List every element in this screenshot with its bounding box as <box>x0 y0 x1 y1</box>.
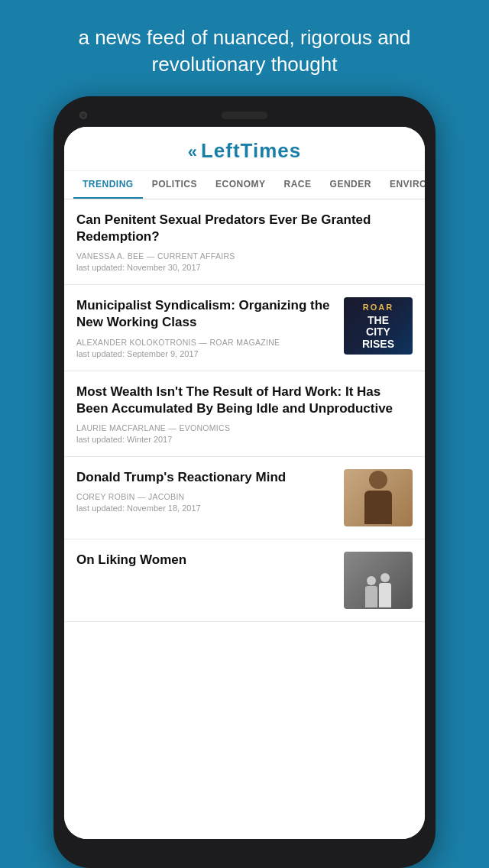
article-content: On Liking Women <box>76 552 335 609</box>
article-title: On Liking Women <box>76 552 335 568</box>
tab-race[interactable]: RACE <box>275 171 321 199</box>
list-item[interactable]: Can Penitent Sexual Predators Ever Be Gr… <box>64 199 425 285</box>
article-date: last updated: November 18, 2017 <box>76 504 335 513</box>
women-figures <box>365 573 391 609</box>
article-title: Donald Trump's Reactionary Mind <box>76 469 335 486</box>
city-text: THECITYRISES <box>362 315 394 350</box>
article-title: Municipalist Syndicalism: Organizing the… <box>76 297 335 331</box>
list-item[interactable]: Most Wealth Isn't The Result of Hard Wor… <box>64 371 425 457</box>
figure-body <box>379 583 391 607</box>
tab-politics[interactable]: POLITICS <box>143 171 206 199</box>
roar-thumbnail: ROAR THECITYRISES <box>344 297 413 355</box>
article-thumbnail <box>344 552 413 609</box>
tab-gender[interactable]: GENDER <box>321 171 381 199</box>
women-thumbnail <box>344 552 413 609</box>
phone-screen: «LeftTimes TRENDING POLITICS ECONOMY RAC… <box>64 127 425 839</box>
figure-1 <box>365 576 377 607</box>
article-thumbnail <box>344 469 413 526</box>
person-silhouette <box>359 471 397 524</box>
article-date: last updated: November 30, 2017 <box>76 263 413 272</box>
tab-environment[interactable]: ENVIRON… <box>381 171 425 199</box>
article-content: Donald Trump's Reactionary Mind COREY RO… <box>76 469 335 526</box>
article-meta: LAURIE MACFARLANE — EVONOMICS <box>76 423 413 432</box>
figure-head <box>381 573 390 582</box>
speaker-icon <box>222 112 267 119</box>
news-feed: Can Penitent Sexual Predators Ever Be Gr… <box>64 199 425 839</box>
person-head <box>369 471 387 489</box>
phone-top-bar <box>64 107 425 127</box>
article-meta: COREY ROBIN — JACOBIN <box>76 492 335 501</box>
list-item[interactable]: On Liking Women <box>64 539 425 622</box>
figure-head <box>367 576 376 585</box>
article-meta: VANESSA A. BEE — CURRENT AFFAIRS <box>76 251 413 261</box>
article-title: Most Wealth Isn't The Result of Hard Wor… <box>76 384 413 417</box>
nav-tabs: TRENDING POLITICS ECONOMY RACE GENDER EN… <box>64 171 425 199</box>
camera-icon <box>79 112 87 119</box>
figure-2 <box>379 573 391 607</box>
article-date: last updated: Winter 2017 <box>76 435 413 444</box>
figure-body <box>365 586 377 607</box>
article-content: Municipalist Syndicalism: Organizing the… <box>76 297 335 358</box>
person-thumbnail <box>344 469 413 526</box>
list-item[interactable]: Municipalist Syndicalism: Organizing the… <box>64 285 425 371</box>
article-date: last updated: September 9, 2017 <box>76 349 335 358</box>
list-item[interactable]: Donald Trump's Reactionary Mind COREY RO… <box>64 457 425 539</box>
roar-label: ROAR <box>363 303 393 312</box>
app-tagline: a news feed of nuanced, rigorous and rev… <box>0 0 489 96</box>
app-logo: «LeftTimes <box>64 139 425 163</box>
app-header: «LeftTimes <box>64 127 425 171</box>
logo-chevrons-icon: « <box>188 142 198 161</box>
article-thumbnail: ROAR THECITYRISES <box>344 297 413 355</box>
article-title: Can Penitent Sexual Predators Ever Be Gr… <box>76 212 413 245</box>
tab-trending[interactable]: TRENDING <box>73 171 143 199</box>
article-meta: ALEXANDER KOLOKOTRONIS — ROAR MAGAZINE <box>76 338 335 347</box>
person-body <box>364 491 392 524</box>
phone-device: «LeftTimes TRENDING POLITICS ECONOMY RAC… <box>53 96 436 868</box>
tab-economy[interactable]: ECONOMY <box>206 171 275 199</box>
